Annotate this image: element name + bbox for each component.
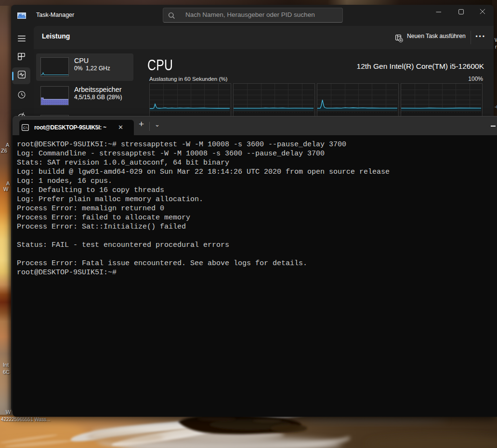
svg-text:C:\: C:\ — [23, 126, 27, 129]
